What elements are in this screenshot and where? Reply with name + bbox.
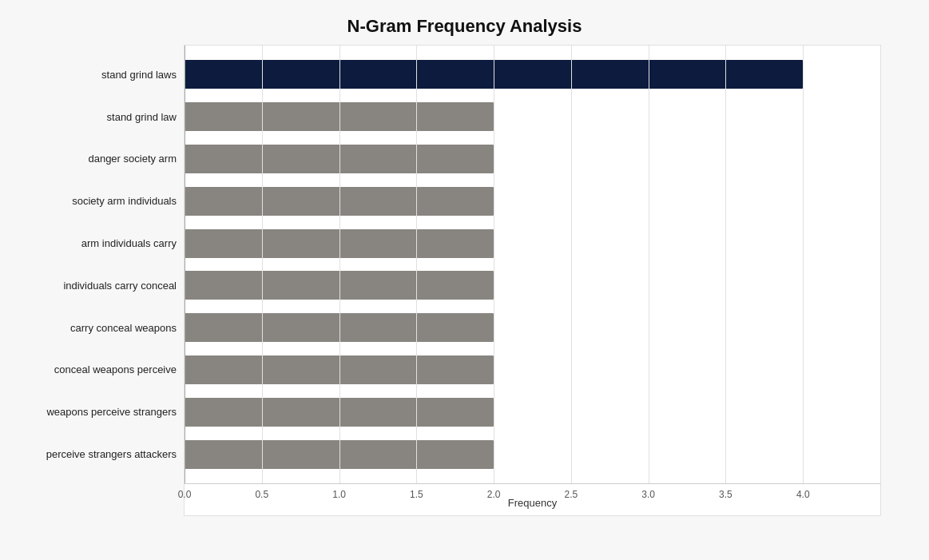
bar-label: stand grind law	[1, 111, 177, 123]
bar-row: conceal weapons perceive	[185, 349, 880, 391]
bar-label: stand grind laws	[1, 69, 177, 81]
grid-line	[725, 46, 726, 483]
chart-container: N-Gram Frequency Analysis stand grind la…	[0, 0, 929, 560]
grid-line	[339, 46, 340, 483]
x-tick: 0.5	[255, 489, 268, 500]
bar-row: stand grind law	[185, 96, 880, 137]
grid-line	[262, 46, 263, 483]
x-tick: 2.0	[487, 489, 501, 500]
x-tick: 3.0	[641, 489, 655, 500]
bar-label: individuals carry conceal	[1, 280, 177, 292]
bar-label: arm individuals carry	[1, 237, 177, 249]
bar-row: perceive strangers attackers	[185, 434, 880, 475]
grid-line	[185, 46, 185, 483]
x-axis-label: Frequency	[508, 497, 557, 509]
x-tick: 0.0	[178, 489, 192, 500]
x-tick: 1.0	[332, 489, 346, 500]
x-tick: 3.5	[719, 489, 732, 500]
x-tick: 4.0	[796, 489, 810, 500]
bar-row: society arm individuals	[185, 181, 880, 222]
bar-label: danger society arm	[1, 153, 177, 165]
bar-label: society arm individuals	[1, 195, 177, 207]
bar-label: carry conceal weapons	[1, 322, 177, 334]
bar-row: carry conceal weapons	[185, 307, 880, 348]
bar-row: arm individuals carry	[185, 223, 880, 264]
bar-row: danger society arm	[185, 138, 880, 180]
bar-label: weapons perceive strangers	[1, 406, 177, 418]
grid-line	[803, 46, 804, 483]
bar-label: perceive strangers attackers	[1, 448, 177, 460]
x-tick: 1.5	[410, 489, 423, 500]
grid-line	[649, 46, 649, 483]
grid-line	[494, 46, 494, 483]
grid-line	[571, 46, 572, 483]
grid-line	[416, 46, 417, 483]
x-tick: 2.5	[565, 489, 578, 500]
bar-row: individuals carry conceal	[185, 264, 880, 306]
bar-row: weapons perceive strangers	[185, 391, 880, 433]
bar-label: conceal weapons perceive	[1, 363, 177, 375]
chart-title: N-Gram Frequency Analysis	[48, 16, 881, 37]
bar-row: stand grind laws	[185, 54, 880, 95]
chart-area: stand grind lawsstand grind lawdanger so…	[184, 45, 881, 516]
bars-wrapper: stand grind lawsstand grind lawdanger so…	[185, 46, 880, 483]
